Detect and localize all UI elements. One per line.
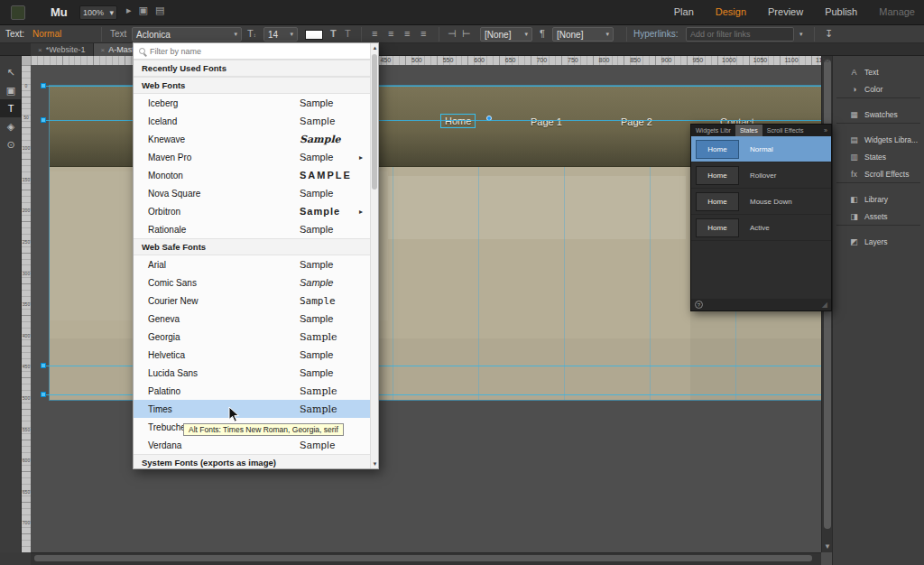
indent-left-icon[interactable]: ⊣	[448, 28, 457, 40]
state-row[interactable]: Home Mouse Down	[691, 189, 831, 215]
chevron-down-icon[interactable]: ▾	[799, 31, 803, 38]
scrollbar-thumb[interactable]	[372, 54, 377, 190]
paragraph-style-dropdown[interactable]: [None] ▾	[480, 27, 532, 42]
panel-tab-states[interactable]: States	[735, 125, 762, 136]
align-center-icon[interactable]: ≡	[388, 28, 393, 39]
tool-button[interactable]: ▣	[0, 81, 22, 99]
guide-handle[interactable]	[41, 363, 46, 368]
panel-label: States	[864, 153, 886, 162]
dock-panel-button[interactable]: ▤ Widgets Libra...	[833, 131, 924, 148]
tool-button[interactable]: T	[0, 99, 22, 117]
resize-grip-icon[interactable]: ◢	[822, 301, 827, 309]
scrollbar-thumb[interactable]	[34, 555, 812, 561]
ruler-number: 250	[22, 227, 31, 258]
font-menu-item[interactable]: Iceland Sample	[134, 112, 370, 130]
font-menu-item[interactable]: Arial Sample	[134, 255, 370, 273]
mode-nav-item[interactable]: Design	[716, 6, 746, 17]
hyperlinks-input[interactable]	[686, 27, 794, 42]
menubar-icon[interactable]: ▣	[139, 5, 148, 16]
site-nav-item[interactable]: Page 1	[531, 116, 562, 127]
font-menu-item[interactable]: Times Sample	[134, 400, 370, 418]
export-icon[interactable]: ↧	[825, 28, 833, 40]
mode-nav-item[interactable]: Publish	[825, 6, 857, 17]
font-menu-item[interactable]: Lucida Sans Sample	[134, 364, 370, 382]
italic-toggle[interactable]: T	[345, 28, 351, 39]
mode-nav-item[interactable]: Manage	[879, 6, 915, 17]
font-menu-item[interactable]: Comic Sans Sample	[134, 273, 370, 292]
font-menu-item[interactable]: Nova Square Sample	[134, 184, 370, 202]
tool-button[interactable]: ↖	[0, 63, 22, 81]
font-name: Knewave	[148, 134, 300, 144]
panel-icon: ◧	[849, 195, 859, 204]
font-sample: Sample	[300, 349, 359, 360]
submenu-arrow-icon	[359, 153, 370, 162]
mode-nav: Plan Design Preview Publish Manage	[674, 6, 915, 17]
tool-icon: ↖	[6, 67, 14, 79]
guide-handle[interactable]	[41, 117, 46, 123]
dock-panel-button[interactable]: ▦ Swatches	[833, 106, 924, 123]
panel-tab-scroll-effects[interactable]: Scroll Effects	[762, 125, 808, 136]
font-sample: Sample	[300, 367, 359, 378]
close-icon[interactable]: ×	[101, 46, 106, 54]
state-row[interactable]: Home Active	[691, 215, 831, 241]
panel-overflow-icon[interactable]: »	[820, 125, 831, 136]
font-menu-item[interactable]: Monoton SAMPLE	[134, 166, 370, 184]
mode-nav-item[interactable]: Preview	[768, 6, 803, 17]
font-family-dropdown[interactable]: Aclonica ▾	[132, 27, 242, 42]
panel-tab-widgets[interactable]: Widgets Libr	[691, 125, 735, 136]
text-color-swatch[interactable]	[305, 30, 323, 40]
font-sample: Sample	[300, 277, 359, 288]
dock-panel-button[interactable]: fx Scroll Effects	[833, 165, 924, 182]
font-filter-input[interactable]	[150, 47, 373, 56]
context-value[interactable]: Normal	[32, 29, 61, 39]
guide-handle[interactable]	[41, 392, 46, 397]
font-menu-item[interactable]: Palatino Sample	[134, 382, 370, 400]
font-menu-item[interactable]: Verdana Sample	[134, 436, 370, 454]
font-menu-item[interactable]: Georgia Sample	[134, 328, 370, 346]
align-right-icon[interactable]: ≡	[404, 28, 410, 39]
document-tab[interactable]: × *Website-1	[31, 43, 94, 56]
font-menu-item[interactable]: Courier New Sample	[134, 292, 370, 310]
horizontal-scrollbar[interactable]	[31, 552, 821, 565]
tool-button[interactable]: ◈	[0, 117, 22, 135]
help-icon[interactable]: ?	[695, 301, 703, 309]
align-left-icon[interactable]: ≡	[372, 28, 377, 39]
state-row[interactable]: Home Normal	[691, 136, 831, 162]
font-name: Palatino	[148, 386, 300, 396]
guide-handle[interactable]	[41, 83, 46, 88]
zoom-dropdown[interactable]: 100% ▾	[79, 5, 117, 20]
site-nav-item[interactable]: Page 2	[621, 116, 652, 127]
menubar-icon[interactable]: ▤	[155, 5, 164, 16]
font-name: Georgia	[148, 332, 300, 342]
menubar-icon[interactable]: ▸	[126, 5, 132, 16]
font-menu-scrollbar[interactable]: ▲ ▼	[370, 43, 378, 468]
font-menu-item[interactable]: Helvetica Sample	[134, 346, 370, 364]
font-menu-item[interactable]: Orbitron Sample	[134, 202, 370, 220]
font-menu-item[interactable]: Iceberg Sample	[134, 94, 370, 112]
state-row[interactable]: Home Rollover	[691, 162, 831, 189]
dock-panel-button[interactable]: ▥ States	[833, 148, 924, 165]
close-icon[interactable]: ×	[38, 46, 42, 54]
font-menu-item[interactable]: Rationale Sample	[134, 220, 370, 238]
dock-panel-button[interactable]: ◑ Color	[833, 80, 924, 97]
scroll-down-icon[interactable]: ▼	[371, 461, 379, 467]
bold-toggle[interactable]: T	[330, 28, 337, 39]
panel-dock: A Text ◑ Color ▦ Swatches ▤ Widgets Libr…	[832, 56, 924, 565]
font-menu-item[interactable]: Maven Pro Sample	[134, 148, 370, 166]
align-justify-icon[interactable]: ≡	[420, 28, 426, 39]
state-preview-chip: Home	[696, 192, 739, 211]
mode-nav-item[interactable]: Plan	[674, 6, 694, 17]
font-size-dropdown[interactable]: 14 ▾	[263, 27, 298, 42]
font-menu-item[interactable]: Geneva Sample	[134, 310, 370, 328]
font-menu-item[interactable]: Knewave Sample	[134, 130, 370, 148]
character-style-dropdown[interactable]: [None] ▾	[552, 27, 614, 42]
dock-panel-button[interactable]: ◨ Assets	[833, 208, 924, 225]
scroll-up-icon[interactable]: ▲	[371, 45, 379, 51]
dock-panel-button[interactable]: A Text	[833, 63, 924, 80]
dock-panel-button[interactable]: ◧ Library	[833, 190, 924, 208]
content-block[interactable]	[388, 176, 686, 239]
dock-panel-button[interactable]: ◩ Layers	[833, 233, 924, 250]
indent-right-icon[interactable]: ⊢	[462, 28, 471, 40]
tool-button[interactable]: ⊙	[0, 135, 22, 153]
site-nav-item[interactable]: Home	[441, 115, 475, 127]
